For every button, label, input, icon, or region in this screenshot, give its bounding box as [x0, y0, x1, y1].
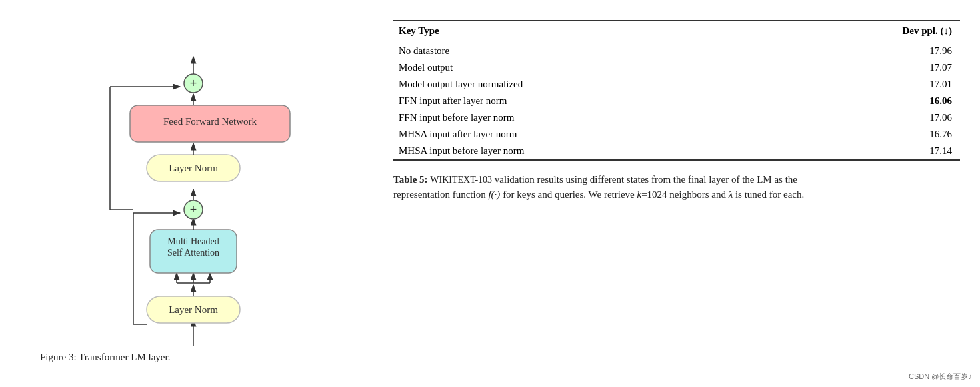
svg-text:Multi Headed: Multi Headed [167, 236, 219, 246]
caption-text3: =1024 neighbors and [641, 189, 729, 200]
dev-ppl-cell: 17.96 [783, 41, 960, 60]
table-caption: Table 5: WIKITEXT-103 validation results… [393, 172, 847, 202]
key-type-cell: No datastore [393, 41, 783, 60]
dev-ppl-cell: 17.14 [783, 143, 960, 160]
key-type-cell: FFN input before layer norm [393, 109, 783, 126]
table-row: MHSA input before layer norm17.14 [393, 143, 960, 160]
col-header-dev-ppl: Dev ppl. (↓) [783, 21, 960, 41]
svg-text:Self Attention: Self Attention [167, 248, 219, 258]
svg-text:+: + [190, 77, 197, 90]
caption-math: f(·) [488, 189, 500, 200]
results-table: Key Type Dev ppl. (↓) No datastore17.96M… [393, 20, 960, 161]
dev-ppl-cell: 17.07 [783, 59, 960, 76]
caption-source: WIKITEXT-103 [430, 175, 492, 185]
figure-caption: Figure 3: Transformer LM layer. [20, 352, 367, 363]
table-row: No datastore17.96 [393, 41, 960, 60]
key-type-cell: MHSA input before layer norm [393, 143, 783, 160]
table-row: FFN input before layer norm17.06 [393, 109, 960, 126]
key-type-cell: FFN input after layer norm [393, 93, 783, 109]
right-section: Key Type Dev ppl. (↓) No datastore17.96M… [367, 13, 960, 202]
caption-text2: for keys and queries. We retrieve [500, 189, 637, 200]
key-type-cell: MHSA input after layer norm [393, 126, 783, 143]
table-row: FFN input after layer norm16.06 [393, 93, 960, 109]
dev-ppl-cell: 17.01 [783, 76, 960, 93]
key-type-cell: Model output layer normalized [393, 76, 783, 93]
ffn-label: Feed Forward Network [163, 116, 257, 127]
dev-ppl-cell: 16.06 [783, 93, 960, 109]
table-row: Model output layer normalized17.01 [393, 76, 960, 93]
dev-ppl-cell: 17.06 [783, 109, 960, 126]
caption-label: Table 5: [393, 174, 428, 185]
layer-norm-upper-label: Layer Norm [169, 163, 218, 173]
col-header-key-type: Key Type [393, 21, 783, 41]
transformer-diagram: Layer Norm Multi Headed Self Attention [33, 20, 353, 346]
dev-ppl-cell: 16.76 [783, 126, 960, 143]
diagram-section: Layer Norm Multi Headed Self Attention [20, 13, 367, 363]
table-row: Model output17.07 [393, 59, 960, 76]
watermark: CSDN @长命百岁♪ [909, 372, 972, 382]
table-row: MHSA input after layer norm16.76 [393, 126, 960, 143]
caption-text4: is tuned for each. [733, 189, 804, 200]
layer-norm-bottom-label: Layer Norm [169, 304, 218, 315]
svg-text:+: + [190, 203, 197, 216]
key-type-cell: Model output [393, 59, 783, 76]
